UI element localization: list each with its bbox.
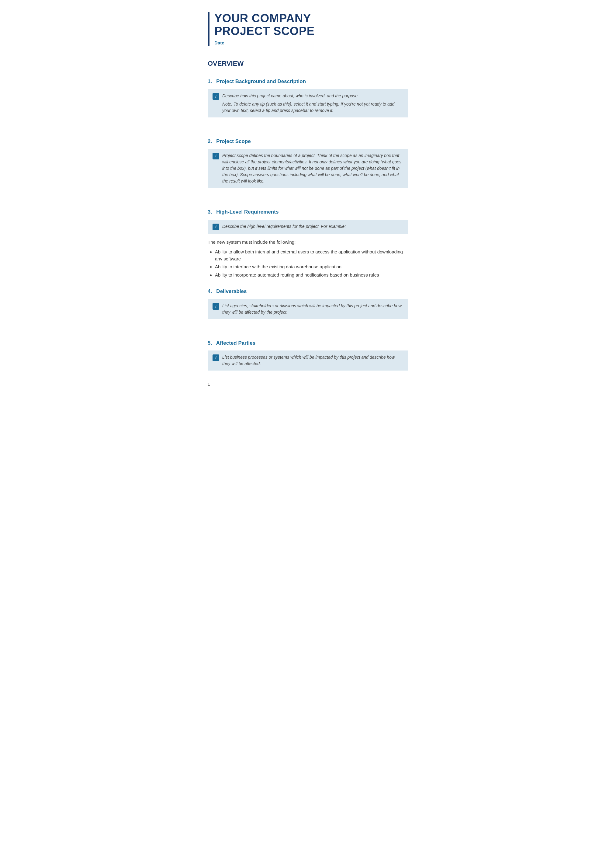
section-5-info-box: i List business processes or systems whi…	[207, 351, 409, 371]
section-5-title: Affected Parties	[216, 340, 255, 346]
section-5-number: 5.	[207, 340, 212, 346]
header-section: YOUR COMPANY PROJECT SCOPE Date	[207, 12, 409, 46]
date-label: Date	[214, 39, 409, 47]
info-icon-5: i	[212, 354, 219, 361]
section-2-heading: 2. Project Scope	[207, 137, 409, 145]
bullet-item: Ability to incorporate automated routing…	[215, 272, 409, 279]
section-1-heading: 1. Project Background and Description	[207, 77, 409, 85]
section-3-body-text: The new system must include the followin…	[207, 239, 409, 246]
page-number: 1	[207, 381, 210, 387]
section-2-info-text: Project scope defines the boundaries of …	[222, 153, 404, 184]
section-3-bullet-list: Ability to allow both internal and exter…	[215, 249, 409, 279]
section-2-info-box: i Project scope defines the boundaries o…	[207, 149, 409, 188]
section-4-info-box: i List agencies, stakeholders or divisio…	[207, 299, 409, 319]
section-1-title: Project Background and Description	[216, 79, 306, 84]
page: YOUR COMPANY PROJECT SCOPE Date OVERVIEW…	[189, 0, 427, 394]
bullet-item: Ability to interface with the existing d…	[215, 263, 409, 271]
section-1-info-text: Describe how this project came about, wh…	[222, 93, 404, 99]
section-3-title: High-Level Requirements	[216, 209, 278, 215]
main-title: YOUR COMPANY PROJECT SCOPE	[214, 12, 409, 38]
section-5-info-text: List business processes or systems which…	[222, 354, 404, 367]
title-line1: YOUR COMPANY	[214, 12, 311, 25]
section-3-number: 3.	[207, 209, 212, 215]
section-4-number: 4.	[207, 288, 212, 294]
info-icon-3: i	[212, 224, 219, 230]
info-icon-4: i	[212, 303, 219, 310]
section-3-info-box: i Describe the high level requirements f…	[207, 220, 409, 234]
section-1-number: 1.	[207, 79, 212, 84]
section-2-number: 2.	[207, 139, 212, 144]
section-4-heading: 4. Deliverables	[207, 288, 409, 296]
title-line2: PROJECT SCOPE	[214, 25, 315, 38]
header-content: YOUR COMPANY PROJECT SCOPE Date	[214, 12, 409, 46]
section-2-title: Project Scope	[216, 139, 251, 144]
section-1-info-content: Describe how this project came about, wh…	[222, 93, 404, 114]
info-icon-1: i	[212, 93, 219, 100]
info-icon-2: i	[212, 153, 219, 159]
section-1-note-text: Note: To delete any tip (such as this), …	[222, 101, 404, 114]
header-accent-bar	[207, 12, 209, 46]
section-4-title: Deliverables	[216, 288, 247, 294]
section-5-heading: 5. Affected Parties	[207, 339, 409, 347]
section-1-info-box: i Describe how this project came about, …	[207, 89, 409, 117]
bullet-item: Ability to allow both internal and exter…	[215, 249, 409, 262]
section-4-info-text: List agencies, stakeholders or divisions…	[222, 303, 404, 315]
overview-heading: OVERVIEW	[207, 58, 409, 68]
section-3-info-text: Describe the high level requirements for…	[222, 223, 346, 230]
section-3-heading: 3. High-Level Requirements	[207, 208, 409, 216]
